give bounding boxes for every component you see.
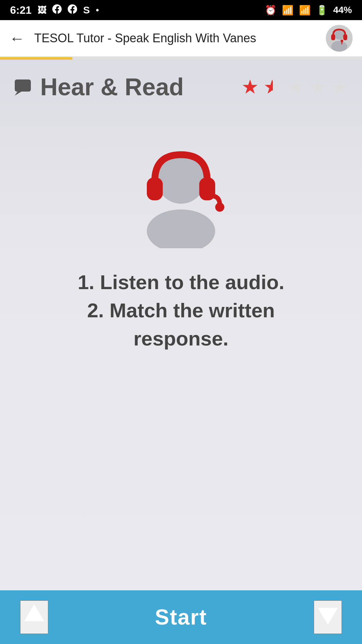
status-bar: 6:21 🖼 S • ⏰ 📶 📶 🔋 44% — [0, 0, 362, 20]
status-right: ⏰ 📶 📶 🔋 44% — [265, 5, 352, 16]
svg-point-4 — [341, 40, 343, 42]
instructions-text: 1. Listen to the audio. 2. Match the wri… — [68, 268, 295, 353]
status-left: 6:21 🖼 S • — [10, 4, 99, 16]
battery-percent: 44% — [333, 5, 352, 15]
section-title-group: Hear & Read — [13, 73, 184, 101]
progress-bar — [0, 57, 362, 60]
svg-point-1 — [331, 41, 347, 52]
start-button[interactable]: Start — [155, 605, 207, 630]
star-2: ★ ★ — [263, 75, 282, 98]
section-title: Hear & Read — [40, 73, 184, 101]
avatar — [326, 25, 353, 52]
back-button[interactable]: ← — [9, 29, 25, 47]
chat-bubble-icon — [13, 77, 34, 97]
svg-rect-3 — [343, 34, 347, 40]
svg-marker-14 — [318, 608, 338, 625]
scroll-up-button[interactable] — [20, 600, 48, 634]
section-header: Hear & Read ★ ★ ★ ★ ★ ★ — [13, 73, 349, 101]
star-5: ★ — [331, 75, 349, 98]
app-bar-title: TESOL Tutor - Speak English With Vanes — [34, 31, 316, 45]
star-1: ★ — [241, 75, 259, 98]
svg-rect-6 — [15, 79, 31, 92]
svg-rect-10 — [147, 177, 163, 200]
instruction-line2: 2. Match the written — [87, 299, 275, 322]
alarm-icon: ⏰ — [265, 5, 277, 16]
svg-marker-7 — [15, 92, 21, 96]
main-content: Hear & Read ★ ★ ★ ★ ★ ★ — [0, 60, 362, 590]
stars-rating: ★ ★ ★ ★ ★ ★ — [241, 75, 349, 98]
headphone-avatar-illustration — [124, 134, 238, 248]
wifi-icon: 📶 — [282, 5, 294, 16]
scroll-down-button[interactable] — [314, 600, 342, 634]
app-bar: ← TESOL Tutor - Speak English With Vanes — [0, 20, 362, 57]
svg-point-9 — [147, 209, 215, 248]
image-icon: 🖼 — [38, 5, 46, 15]
star-3: ★ — [287, 75, 304, 98]
bottom-bar: Start — [0, 590, 362, 644]
svg-point-12 — [215, 203, 224, 212]
skype-icon: S — [83, 4, 90, 16]
svg-marker-13 — [24, 604, 44, 621]
instruction-line3: response. — [133, 327, 228, 350]
star-4: ★ — [309, 75, 326, 98]
instruction-line1: 1. Listen to the audio. — [78, 271, 285, 293]
progress-bar-fill — [0, 57, 72, 60]
dot-icon: • — [96, 5, 99, 15]
facebook-icon — [52, 4, 62, 16]
status-time: 6:21 — [10, 4, 32, 16]
facebook-outline-icon — [68, 4, 77, 16]
battery-icon: 🔋 — [316, 5, 328, 16]
signal-icon: 📶 — [299, 5, 311, 16]
svg-rect-2 — [331, 34, 335, 40]
